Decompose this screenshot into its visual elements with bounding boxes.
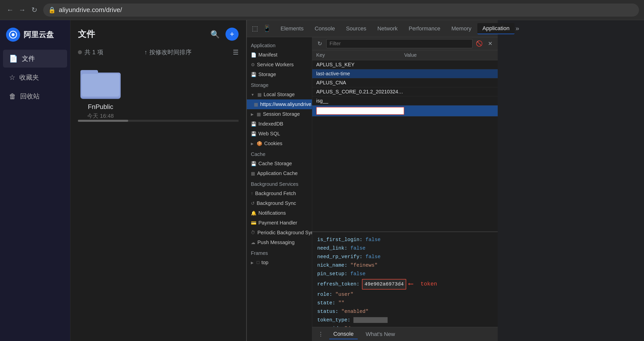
tree-item-indexeddb[interactable]: 💾 IndexedDB (247, 119, 312, 129)
app-section-storage: Storage (247, 79, 312, 90)
json-line: token_type: ████████ (317, 316, 493, 324)
table-row[interactable]: isg__ (312, 96, 498, 105)
periodic-sync-icon: ⏱ (251, 230, 255, 235)
browser-chrome: ← → ↻ 🔒 aliyundrive.com/drive/ (0, 0, 644, 20)
cache-storage-icon: 💾 (251, 161, 256, 166)
view-toggle[interactable]: ☰ (233, 48, 239, 56)
sidebar-item-trash[interactable]: 🗑 回收站 (3, 87, 67, 105)
main-layout: 阿里云盘 📄 文件 ☆ 收藏夹 🗑 回收站 文件 🔍 + 共 1 项 (0, 20, 644, 341)
tab-sources[interactable]: Sources (341, 23, 371, 34)
filter-input[interactable] (326, 39, 473, 48)
storage-table: Key Value APLUS_LS_KEY last-active-time (312, 50, 498, 232)
folder-item[interactable]: FnPublic 今天 16:48 (78, 66, 123, 120)
drive-scrollbar-thumb (78, 120, 128, 122)
notifications-icon: 🔔 (251, 210, 256, 216)
app-sidebar: Application 📄 Manifest ⚙ Service Workers… (247, 37, 312, 341)
tree-item-local-storage-url[interactable]: ▦ https://www.aliyundrive.co (247, 99, 312, 109)
storage-rows: APLUS_LS_KEY last-active-time APLUS_CNA (312, 60, 498, 232)
console-tab[interactable]: Console (329, 329, 358, 339)
tab-network[interactable]: Network (372, 23, 403, 34)
tree-item-frame-top[interactable]: ▶ □ top (247, 258, 312, 267)
drive-logo-icon (6, 28, 20, 42)
sidebar-favorites-label: 收藏夹 (19, 73, 39, 82)
device-icon[interactable]: 📱 (261, 23, 272, 34)
tree-item-payment-handler[interactable]: 💳 Payment Handler (247, 218, 312, 228)
tree-item-bg-sync[interactable]: ↺ Background Sync (247, 198, 312, 208)
tab-memory[interactable]: Memory (446, 23, 476, 34)
address-bar[interactable]: 🔒 aliyundrive.com/drive/ (43, 4, 639, 17)
star-icon: ☆ (9, 73, 15, 82)
table-row[interactable]: APLUS_LS_KEY (312, 60, 498, 69)
tab-console[interactable]: Console (310, 23, 340, 34)
tree-item-local-storage[interactable]: ▼ ▦ Local Storage (247, 90, 312, 99)
table-row[interactable]: APLUS_S_CORE_0.21.2_20210324154441_6a862… (312, 87, 498, 96)
app-section-cache: Cache (247, 148, 312, 159)
devtools-body: Application 📄 Manifest ⚙ Service Workers… (247, 37, 498, 341)
table-row[interactable]: last-active-time (312, 69, 498, 78)
tree-item-notifications[interactable]: 🔔 Notifications (247, 208, 312, 218)
more-tabs-button[interactable]: » (516, 23, 519, 34)
json-line: is_first_login: false (317, 236, 493, 244)
tree-item-periodic-bg-sync[interactable]: ⏱ Periodic Background Sync (247, 228, 312, 238)
forward-button[interactable]: → (17, 5, 27, 15)
svg-point-1 (12, 33, 15, 36)
drive-sidebar: 阿里云盘 📄 文件 ☆ 收藏夹 🗑 回收站 (0, 20, 70, 341)
frame-icon: □ (257, 260, 259, 265)
tree-item-app-cache[interactable]: ▦ Application Cache (247, 168, 312, 178)
tree-item-service-workers[interactable]: ⚙ Service Workers (247, 60, 312, 70)
filter-bar: ↻ 🚫 ✕ (312, 37, 498, 50)
sidebar-item-files[interactable]: 📄 文件 (3, 50, 67, 68)
bg-sync-label: Background Sync (257, 200, 296, 206)
tree-item-web-sql[interactable]: 💾 Web SQL (247, 129, 312, 139)
local-storage-label: Local Storage (264, 92, 295, 97)
storage-overview-icon: 💾 (251, 72, 256, 77)
table-row[interactable]: APLUS_CNA (312, 78, 498, 87)
app-cache-icon: ▦ (251, 171, 255, 176)
frame-top-chevron: ▶ (251, 261, 254, 265)
tree-item-storage[interactable]: 💾 Storage (247, 70, 312, 79)
search-button[interactable]: 🔍 (208, 28, 221, 41)
json-line: nick_name: "feinews" (317, 261, 493, 270)
manifest-icon: 📄 (251, 52, 256, 58)
token-annotation: token (421, 279, 437, 289)
indexeddb-label: IndexedDB (258, 121, 283, 127)
tree-item-cookies[interactable]: ▶ 🍪 Cookies (247, 139, 312, 148)
tree-item-cache-storage[interactable]: 💾 Cache Storage (247, 159, 312, 168)
clear-filter-button[interactable]: 🚫 (475, 39, 484, 48)
storage-table-header: Key Value (312, 50, 498, 60)
tree-item-session-storage[interactable]: ▶ ▦ Session Storage (247, 109, 312, 119)
tab-performance[interactable]: Performance (404, 23, 445, 34)
tree-item-manifest[interactable]: 📄 Manifest (247, 50, 312, 60)
cache-storage-label: Cache Storage (258, 161, 292, 166)
web-sql-icon: 💾 (251, 131, 256, 137)
tree-item-bg-fetch[interactable]: ↑ Background Fetch (247, 189, 312, 198)
app-section-bg-services: Background Services (247, 178, 312, 189)
tree-item-push-messaging[interactable]: ☁ Push Messaging (247, 238, 312, 247)
add-button[interactable]: + (225, 28, 239, 41)
back-button[interactable]: ← (5, 5, 15, 15)
whats-new-tab[interactable]: What's New (362, 329, 399, 339)
sidebar-item-favorites[interactable]: ☆ 收藏夹 (3, 69, 67, 86)
bg-fetch-icon: ↑ (251, 191, 253, 196)
session-storage-chevron: ▶ (251, 112, 254, 116)
three-dot-menu[interactable]: ⋮ (316, 330, 325, 339)
close-panel-button[interactable]: ✕ (486, 39, 495, 48)
table-row[interactable]: token (312, 105, 498, 117)
tab-elements[interactable]: Elements (275, 23, 309, 34)
drive-scrollbar[interactable] (78, 120, 239, 122)
refresh-storage-button[interactable]: ↻ (315, 39, 324, 48)
bg-sync-icon: ↺ (251, 201, 255, 206)
periodic-bg-sync-label: Periodic Background Sync (257, 230, 312, 236)
drive-content: 文件 🔍 + 共 1 项 ↑ 按修改时间排序 ☰ F (70, 20, 246, 341)
manifest-label: Manifest (258, 52, 278, 58)
app-cache-label: Application Cache (257, 170, 298, 176)
inspect-icon[interactable]: ⬚ (249, 23, 260, 34)
storage-key: APLUS_LS_KEY (316, 62, 404, 68)
sort-button[interactable]: ↑ 按修改时间排序 (144, 48, 192, 56)
refresh-button[interactable]: ↻ (29, 5, 39, 15)
tab-application[interactable]: Application (477, 23, 515, 34)
item-count-text: 共 1 项 (84, 48, 103, 56)
storage-key-editing[interactable]: token (316, 107, 404, 115)
storage-key: APLUS_S_CORE_0.21.2_20210324154441_6a862… (316, 89, 404, 95)
push-messaging-label: Push Messaging (257, 240, 295, 245)
